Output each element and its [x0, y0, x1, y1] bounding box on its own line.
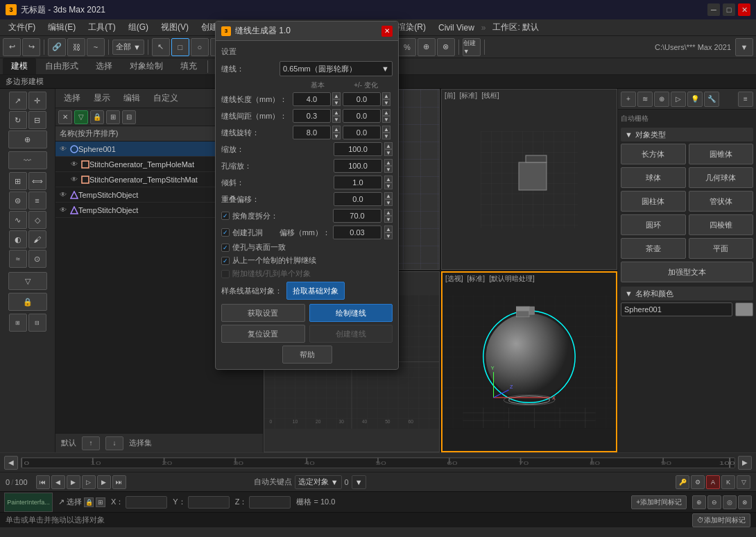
dlg-hole-scale-up[interactable]: ▲ [384, 159, 393, 166]
play-all-btn[interactable]: ▷ [82, 475, 96, 489]
menu-workspace[interactable]: 工作区: 默认 [487, 20, 544, 35]
dlg-stitch-length-var-down[interactable]: ▼ [382, 99, 390, 106]
tab-modeling[interactable]: 建模 [3, 58, 36, 74]
dlg-reset-settings-btn[interactable]: 复位设置 [221, 325, 305, 343]
select-object-dropdown[interactable]: 选定对象 ▼ [295, 475, 342, 489]
dlg-scale-up[interactable]: ▲ [384, 142, 393, 149]
dlg-stitch-rotation-var-down[interactable]: ▼ [382, 133, 390, 139]
select-region-rect-button[interactable]: □ [171, 38, 189, 56]
minimize-button[interactable]: ─ [707, 3, 720, 16]
dlg-help-btn[interactable]: 帮助 [282, 346, 332, 364]
scroll-right-btn[interactable]: ▶ [738, 456, 752, 470]
create-button[interactable]: 创建▼ [463, 38, 481, 56]
dlg-stitch-length-input[interactable] [293, 92, 331, 106]
scene-tab-display[interactable]: 显示 [88, 91, 116, 105]
status-icon-2[interactable]: ⊖ [707, 495, 721, 509]
dlg-create-stitch-btn[interactable]: 创建缝线 [309, 325, 393, 343]
play-btn[interactable]: ▶ [67, 475, 80, 489]
path-dropdown-btn[interactable]: ▼ [735, 38, 753, 56]
dlg-scale-down[interactable]: ▼ [384, 149, 393, 156]
dlg-stitch-spacing-up[interactable]: ▲ [332, 109, 341, 116]
scroll-left-btn[interactable]: ◀ [4, 456, 18, 470]
menu-file[interactable]: 文件(F) [3, 20, 41, 35]
goto-end-btn[interactable]: ⏭ [112, 475, 126, 489]
menu-view[interactable]: 视图(V) [155, 20, 194, 35]
select-button[interactable]: ↖ [152, 38, 170, 56]
dlg-stitch-spacing-var-down[interactable]: ▼ [382, 116, 390, 123]
menu-group[interactable]: 组(G) [123, 20, 154, 35]
rp-color-swatch[interactable] [735, 302, 753, 316]
unlink-button[interactable]: ⛓ [67, 38, 85, 56]
tool-nurbs-btn[interactable]: 〰 [8, 151, 47, 169]
dlg-hole-scale-down[interactable]: ▼ [384, 166, 393, 173]
tool-mirror-btn[interactable]: ⟺ [28, 172, 46, 190]
tool-scale-btn[interactable]: ⊟ [28, 111, 46, 129]
tab-populate[interactable]: 填充 [172, 58, 205, 74]
rp-create-btn[interactable]: + [621, 92, 636, 107]
tool-align-btn[interactable]: ⊜ [9, 191, 27, 210]
dlg-stitch-length-var-input[interactable] [343, 92, 381, 106]
dlg-angle-split-checkbox[interactable]: ✓ [221, 212, 230, 220]
dlg-hole-scale-input[interactable] [334, 159, 382, 173]
tool-filter-btn[interactable]: ▽ [8, 272, 47, 290]
rp-cone-btn[interactable]: 圆锥体 [689, 144, 754, 164]
spinner-snap-button[interactable]: ⊕ [418, 38, 436, 56]
dlg-tilt-input[interactable] [334, 176, 382, 189]
dlg-scale-input[interactable] [334, 142, 382, 156]
auto-key-btn[interactable]: A [706, 475, 720, 489]
dlg-tilt-up[interactable]: ▲ [384, 176, 393, 182]
time-config-btn[interactable]: ⚙ [691, 475, 705, 489]
dlg-stitch-length-down[interactable]: ▼ [332, 99, 341, 106]
frame-input-dropdown[interactable]: ▼ [352, 475, 366, 489]
rp-cylinder-btn[interactable]: 圆柱体 [621, 191, 686, 212]
painter-thumbnail[interactable]: PainterInterfa... [4, 493, 53, 512]
dlg-create-holes-checkbox[interactable]: ✓ [221, 228, 230, 237]
rp-display-btn[interactable]: 💡 [687, 92, 703, 107]
link-button[interactable]: 🔗 [48, 38, 66, 56]
dlg-overlap-up[interactable]: ▲ [384, 192, 393, 199]
dlg-stitch-spacing-input[interactable] [293, 109, 331, 123]
redo-button[interactable]: ↪ [22, 38, 40, 56]
select-region-circle-button[interactable]: ○ [191, 38, 209, 56]
key-filter-2-btn[interactable]: ▽ [737, 475, 750, 489]
y-input[interactable] [188, 496, 230, 509]
tool-move-btn[interactable]: ✛ [28, 92, 46, 110]
scene-expand-btn[interactable]: ⊞ [106, 110, 120, 124]
dlg-stitch-spacing-var-up[interactable]: ▲ [382, 109, 390, 116]
add-time-btn[interactable]: + 添加时间标记 [631, 495, 687, 509]
menu-tools[interactable]: 工具(T) [83, 20, 121, 35]
tool-bones-btn[interactable]: ≈ [9, 250, 27, 268]
scene-filter-btn[interactable]: ▽ [74, 110, 88, 124]
tool-extra1-btn[interactable]: ⊞ [9, 314, 27, 332]
scene-sort-desc-btn[interactable]: ↓ [105, 436, 123, 450]
dlg-tilt-down[interactable]: ▼ [384, 182, 393, 189]
set-key-btn[interactable]: K [721, 475, 735, 489]
tool-extra2-btn[interactable]: ⊟ [28, 314, 46, 332]
tab-selection[interactable]: 选择 [87, 58, 121, 74]
prev-frame-btn[interactable]: ◀ [51, 475, 65, 489]
tool-rotate-btn[interactable]: ↻ [9, 111, 27, 129]
dlg-offset-down[interactable]: ▼ [384, 232, 393, 239]
bind-button[interactable]: ~ [87, 38, 105, 56]
dlg-stitch-dropdown[interactable]: 0.65mm（圆形轮廓） ▼ [280, 61, 393, 76]
tool-paint-btn[interactable]: 🖌 [28, 230, 46, 248]
tool-curve-btn[interactable]: ∿ [9, 211, 27, 229]
dlg-pick-base-btn[interactable]: 拾取基础对象 [286, 282, 345, 300]
scene-close-btn[interactable]: ✕ [58, 110, 72, 124]
scene-collapse-btn[interactable]: ⊟ [122, 110, 136, 124]
rp-sphere-btn[interactable]: 球体 [621, 167, 686, 188]
rp-motion-btn[interactable]: ▷ [671, 92, 686, 107]
tool-layer-btn[interactable]: ≡ [28, 191, 46, 210]
stitch-dialog-close[interactable]: ✕ [381, 26, 393, 37]
tool-shape-btn[interactable]: ◇ [28, 211, 46, 229]
rp-extra-btn[interactable]: ≡ [738, 92, 753, 107]
dlg-continue-checkbox[interactable]: ✓ [221, 257, 230, 265]
dlg-angle-split-down[interactable]: ▼ [384, 216, 393, 223]
tool-material-btn[interactable]: ◐ [9, 230, 27, 248]
menu-civil-view[interactable]: Civil View [433, 22, 480, 34]
dlg-offset-input[interactable] [333, 225, 381, 239]
scene-tab-edit[interactable]: 编辑 [118, 91, 146, 105]
stitch-dialog[interactable]: 3 缝线生成器 1.0 ✕ 设置 缝线： 0.65mm（圆形轮廓） ▼ 基本 +… [215, 21, 399, 370]
dlg-stitch-rotation-down[interactable]: ▼ [332, 133, 341, 139]
dlg-stitch-rotation-var-input[interactable] [343, 126, 381, 139]
